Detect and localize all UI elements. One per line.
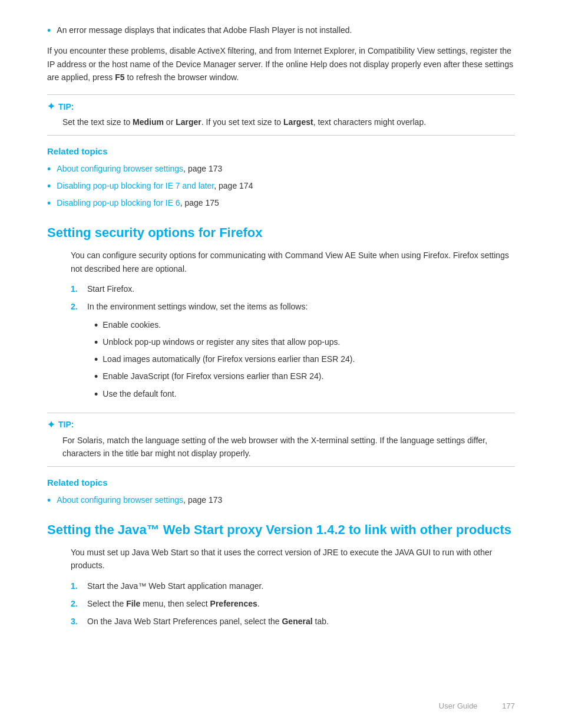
- sub-bullet-dot-5: •: [94, 387, 98, 402]
- related-topics-heading-1: Related topics: [47, 146, 515, 156]
- related-bullet-dot-1: •: [47, 162, 51, 177]
- related-link-item-3: • Disabling pop-up blocking for IE 6, pa…: [47, 196, 515, 211]
- step1-text: Start Firefox.: [87, 282, 134, 295]
- related-link-page-4: , page 173: [183, 495, 222, 505]
- section2-intro: You must set up Java Web Start so that i…: [71, 546, 515, 572]
- section2-step-3: 3. On the Java Web Start Preferences pan…: [71, 615, 515, 628]
- related-bullet-dot-2: •: [47, 179, 51, 194]
- section2-heading: Setting the Java™ Web Start proxy Versio…: [47, 522, 515, 538]
- s2-step3-number: 3.: [71, 615, 87, 628]
- tip-label-1: TIP:: [58, 102, 74, 111]
- related-link-anchor-4[interactable]: About configuring browser settings: [57, 495, 183, 505]
- related-link-anchor-2[interactable]: Disabling pop-up blocking for IE 7 and l…: [57, 181, 214, 190]
- bullet-dot-icon: •: [47, 24, 51, 38]
- tip1-text-mid1: or: [164, 117, 176, 127]
- footer-page-number: 177: [502, 701, 515, 710]
- related-link-text-1: About configuring browser settings, page…: [57, 162, 222, 175]
- related-topics-section-2: Related topics • About configuring brows…: [47, 477, 515, 508]
- s2-step1-text: Start the Java™ Web Start application ma…: [87, 579, 263, 592]
- page-footer: User Guide 177: [439, 701, 515, 710]
- sub-bullet-1: • Enable cookies.: [94, 318, 515, 333]
- intro-bullet-text: An error message displays that indicates…: [57, 24, 352, 37]
- sub-bullet-text-1: Enable cookies.: [103, 318, 161, 331]
- f5-bold: F5: [115, 73, 124, 82]
- s2-step1-number: 1.: [71, 579, 87, 592]
- related-link-item-1: • About configuring browser settings, pa…: [47, 162, 515, 177]
- s2-step3-text: On the Java Web Start Preferences panel,…: [87, 615, 329, 628]
- tip1-text-mid2: . If you set text size to: [201, 117, 283, 127]
- related-link-text-4: About configuring browser settings, page…: [57, 493, 222, 506]
- step2-number: 2.: [71, 300, 87, 313]
- related-link-anchor-3[interactable]: Disabling pop-up blocking for IE 6: [57, 198, 180, 207]
- s2-step2-number: 2.: [71, 597, 87, 610]
- intro-bullet-item: • An error message displays that indicat…: [47, 24, 515, 38]
- section1-intro: You can configure security options for c…: [71, 249, 515, 275]
- section1-step-1: 1. Start Firefox.: [71, 282, 515, 295]
- tip-header-1: ✦ TIP:: [47, 101, 515, 112]
- related-link-anchor-1[interactable]: About configuring browser settings: [57, 164, 183, 173]
- tip-box-1: ✦ TIP: Set the text size to Medium or La…: [47, 94, 515, 135]
- tip-box-2: ✦ TIP: For Solaris, match the language s…: [47, 413, 515, 467]
- sub-bullet-3: • Load images automatically (for Firefox…: [94, 353, 515, 367]
- intro-paragraph: If you encounter these problems, disable…: [47, 44, 515, 84]
- tip1-text-end: , text characters might overlap.: [313, 117, 426, 127]
- tip1-bold3: Largest: [283, 117, 313, 127]
- related-link-item-4: • About configuring browser settings, pa…: [47, 493, 515, 508]
- sub-bullet-5: • Use the default font.: [94, 387, 515, 402]
- tip1-bold2: Larger: [176, 117, 201, 127]
- page-container: • An error message displays that indicat…: [0, 0, 562, 728]
- related-link-text-3: Disabling pop-up blocking for IE 6, page…: [57, 196, 219, 209]
- s2-step2-bold2: Preferences: [210, 599, 257, 608]
- related-topics-heading-2: Related topics: [47, 477, 515, 487]
- tip-content-1: Set the text size to Medium or Larger. I…: [47, 116, 515, 129]
- section2-step-2: 2. Select the File menu, then select Pre…: [71, 597, 515, 610]
- tip1-text-prefix: Set the text size to: [62, 117, 133, 127]
- related-link-page-2: , page 174: [214, 181, 253, 190]
- tip1-bold1: Medium: [133, 117, 164, 127]
- sub-bullet-text-4: Enable JavaScript (for Firefox versions …: [103, 370, 323, 383]
- tip-header-2: ✦ TIP:: [47, 419, 515, 430]
- footer-label: User Guide: [439, 701, 478, 710]
- sub-bullet-dot-3: •: [94, 353, 98, 367]
- sub-bullet-dot-1: •: [94, 318, 98, 333]
- sub-bullet-text-5: Use the default font.: [103, 387, 176, 400]
- tip-label-2: TIP:: [58, 420, 74, 429]
- sub-bullet-4: • Enable JavaScript (for Firefox version…: [94, 370, 515, 384]
- s2-step2-text: Select the File menu, then select Prefer…: [87, 597, 260, 610]
- tip-lightbulb-icon: ✦: [47, 101, 55, 112]
- sub-bullet-dot-4: •: [94, 370, 98, 384]
- footer-separator: [485, 701, 494, 710]
- s2-step2-bold1: File: [126, 599, 140, 608]
- section1-block: You can configure security options for c…: [71, 249, 515, 402]
- related-link-page-1: , page 173: [183, 164, 222, 173]
- related-bullet-dot-3: •: [47, 196, 51, 211]
- step2-text: In the environment settings window, set …: [87, 300, 308, 313]
- section1-step-2: 2. In the environment settings window, s…: [71, 300, 515, 313]
- related-link-page-3: , page 175: [180, 198, 219, 207]
- related-link-item-2: • Disabling pop-up blocking for IE 7 and…: [47, 179, 515, 194]
- related-bullet-dot-4: •: [47, 493, 51, 508]
- section1-sub-bullets: • Enable cookies. • Unblock pop-up windo…: [94, 318, 515, 402]
- tip-content-2: For Solaris, match the language setting …: [47, 434, 515, 460]
- related-topics-section-1: Related topics • About configuring brows…: [47, 146, 515, 212]
- sub-bullet-dot-2: •: [94, 335, 98, 350]
- sub-bullet-text-3: Load images automatically (for Firefox v…: [103, 353, 355, 365]
- section1-heading: Setting security options for Firefox: [47, 225, 515, 241]
- sub-bullet-2: • Unblock pop-up windows or register any…: [94, 335, 515, 350]
- related-link-text-2: Disabling pop-up blocking for IE 7 and l…: [57, 179, 253, 192]
- section2-step-1: 1. Start the Java™ Web Start application…: [71, 579, 515, 592]
- step1-number: 1.: [71, 282, 87, 295]
- section2-block: You must set up Java Web Start so that i…: [71, 546, 515, 628]
- s2-step3-bold: General: [282, 617, 312, 626]
- tip2-lightbulb-icon: ✦: [47, 419, 55, 430]
- sub-bullet-text-2: Unblock pop-up windows or register any s…: [103, 335, 340, 348]
